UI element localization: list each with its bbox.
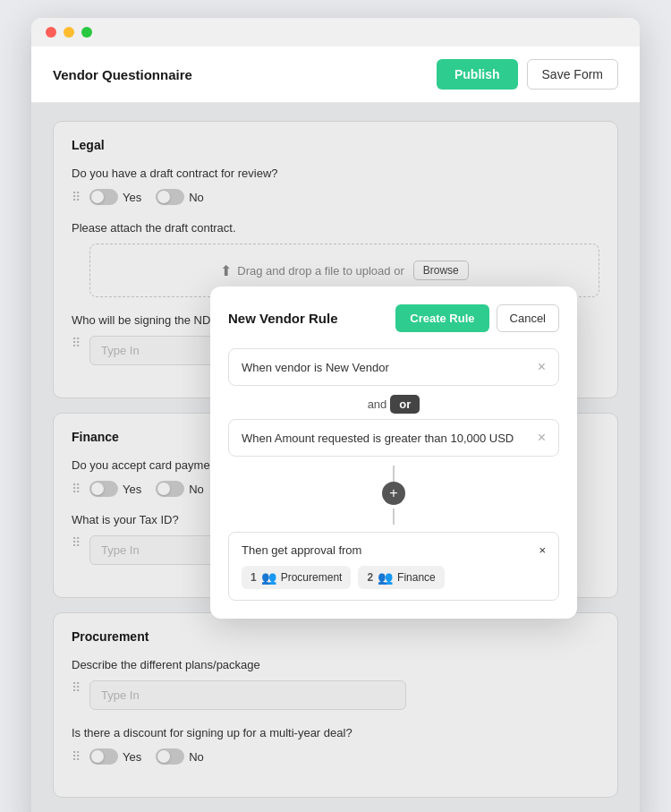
rule-2-block: When Amount requested is greater than 10…: [228, 419, 559, 457]
modal-title: New Vendor Rule: [228, 311, 338, 326]
cancel-button[interactable]: Cancel: [497, 304, 559, 332]
connector-line-top: [393, 466, 395, 482]
rule-2-close[interactable]: ×: [538, 431, 546, 445]
approval-tags: 1 👥 Procurement 2 👥 Finance: [242, 566, 546, 589]
connector-row: and or: [228, 395, 559, 414]
save-form-button[interactable]: Save Form: [527, 59, 618, 90]
team-icon-1: 👥: [378, 570, 393, 585]
rule-1-text: When vendor is New Vendor: [242, 361, 389, 374]
approval-tag-0[interactable]: 1 👥 Procurement: [242, 566, 351, 589]
modal-header-buttons: Create Rule Cancel: [395, 304, 559, 332]
connector-line-bottom: [393, 509, 395, 525]
approval-close[interactable]: ×: [539, 543, 546, 557]
approval-block: Then get approval from × 1 👥 Procurement…: [228, 532, 559, 601]
plus-icon: +: [389, 485, 397, 501]
connector-and-label: and: [368, 397, 387, 411]
app-title: Vendor Questionnaire: [53, 67, 192, 82]
tag-0-label: Procurement: [281, 571, 343, 584]
connector-or-button[interactable]: or: [390, 395, 420, 414]
tag-1-num: 2: [367, 571, 373, 584]
add-connector: +: [228, 466, 559, 525]
app-body: Legal Do you have a draft contract for r…: [31, 103, 640, 812]
team-icon-0: 👥: [261, 570, 276, 585]
close-dot[interactable]: [46, 27, 56, 38]
minimize-dot[interactable]: [64, 27, 74, 38]
modal-header: New Vendor Rule Create Rule Cancel: [228, 304, 559, 332]
rule-2-text: When Amount requested is greater than 10…: [242, 432, 514, 445]
publish-button[interactable]: Publish: [437, 59, 518, 90]
approval-title: Then get approval from: [242, 543, 361, 557]
add-rule-button[interactable]: +: [382, 482, 405, 505]
rule-1-close[interactable]: ×: [538, 360, 546, 374]
new-vendor-rule-modal: New Vendor Rule Create Rule Cancel When …: [210, 286, 577, 619]
app-header: Vendor Questionnaire Publish Save Form: [31, 47, 640, 103]
rule-1-block: When vendor is New Vendor ×: [228, 348, 559, 386]
approval-tag-1[interactable]: 2 👥 Finance: [358, 566, 444, 589]
header-buttons: Publish Save Form: [437, 59, 618, 90]
browser-titlebar: [31, 18, 640, 47]
maximize-dot[interactable]: [81, 27, 92, 38]
create-rule-button[interactable]: Create Rule: [395, 304, 488, 332]
approval-title-row: Then get approval from ×: [242, 543, 546, 557]
tag-0-num: 1: [251, 571, 257, 584]
browser-window: Vendor Questionnaire Publish Save Form L…: [31, 18, 640, 812]
tag-1-label: Finance: [397, 571, 436, 584]
